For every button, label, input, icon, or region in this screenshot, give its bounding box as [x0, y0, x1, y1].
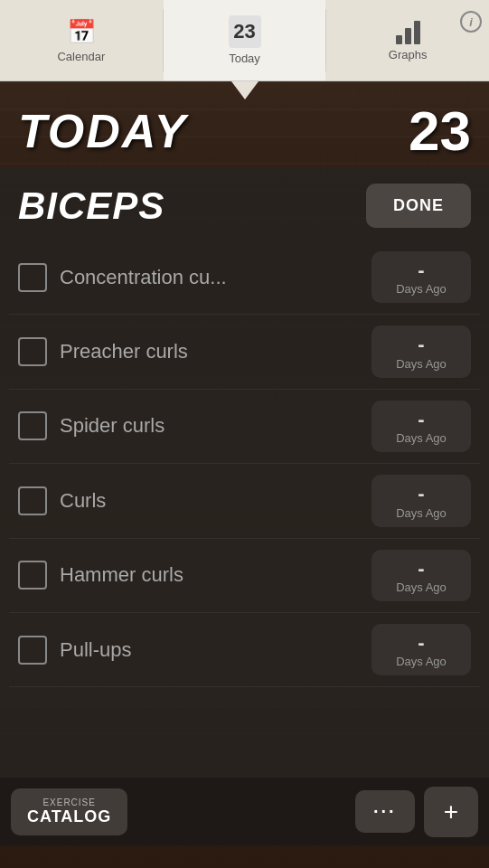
top-nav: 📅 Calendar 23 Today Graphs i: [0, 0, 489, 81]
today-icon: 23: [229, 15, 261, 48]
section-title: BICEPS: [18, 184, 165, 228]
days-ago-preacher[interactable]: - Days Ago: [371, 326, 471, 377]
today-text: TODAY: [18, 108, 187, 155]
nav-calendar[interactable]: 📅 Calendar: [0, 0, 163, 80]
exercise-item-concentration: Concentration cu... - Days Ago: [9, 241, 480, 315]
exercise-item-preacher: Preacher curls - Days Ago: [9, 315, 480, 389]
done-button[interactable]: DONE: [366, 184, 471, 228]
exercise-name-hammer: Hammer curls: [60, 563, 359, 587]
graphs-label: Graphs: [389, 48, 428, 61]
bar2: [405, 28, 411, 44]
exercise-item-spider: Spider curls - Days Ago: [9, 390, 480, 464]
graphs-icon: [396, 19, 420, 44]
bar1: [396, 35, 402, 44]
days-ago-hammer[interactable]: - Days Ago: [371, 550, 471, 601]
bottom-toolbar: EXERCISE CATALOG ··· +: [0, 778, 489, 845]
nav-today[interactable]: 23 Today: [164, 0, 326, 80]
bar3: [414, 21, 420, 44]
exercise-name-pullups: Pull-ups: [60, 638, 359, 662]
section-header: BICEPS DONE: [0, 167, 489, 241]
calendar-label: Calendar: [57, 50, 105, 63]
checkbox-concentration[interactable]: [18, 263, 47, 292]
exercise-name-spider: Spider curls: [60, 414, 359, 438]
exercise-name-concentration: Concentration cu...: [60, 266, 359, 289]
days-ago-concentration[interactable]: - Days Ago: [371, 251, 471, 303]
checkbox-curls[interactable]: [18, 486, 47, 515]
today-label: Today: [229, 52, 260, 65]
exercise-item-pullups: Pull-ups - Days Ago: [9, 613, 480, 687]
checkbox-pullups[interactable]: [18, 636, 47, 665]
days-ago-spider[interactable]: - Days Ago: [371, 401, 471, 452]
checkbox-spider[interactable]: [18, 411, 47, 440]
main-content: BICEPS DONE Concentration cu... - Days A…: [0, 167, 489, 845]
nav-arrow: [0, 81, 489, 99]
checkbox-preacher[interactable]: [18, 337, 47, 366]
exercise-list: Concentration cu... - Days Ago Preacher …: [0, 241, 489, 687]
info-button[interactable]: i: [460, 11, 482, 33]
exercise-catalog-button[interactable]: EXERCISE CATALOG: [11, 788, 127, 835]
exercise-item-curls: Curls - Days Ago: [9, 464, 480, 538]
checkbox-hammer[interactable]: [18, 561, 47, 590]
days-ago-curls[interactable]: - Days Ago: [371, 475, 471, 526]
calendar-icon: 📅: [67, 18, 96, 46]
exercise-name-curls: Curls: [60, 489, 359, 513]
add-exercise-button[interactable]: +: [424, 787, 478, 837]
more-options-button[interactable]: ···: [355, 790, 415, 833]
days-ago-pullups[interactable]: - Days Ago: [371, 624, 471, 675]
exercise-name-preacher: Preacher curls: [60, 340, 359, 363]
exercise-item-hammer: Hammer curls - Days Ago: [9, 539, 480, 613]
day-number: 23: [409, 103, 471, 159]
header-area: TODAY 23: [0, 99, 489, 163]
